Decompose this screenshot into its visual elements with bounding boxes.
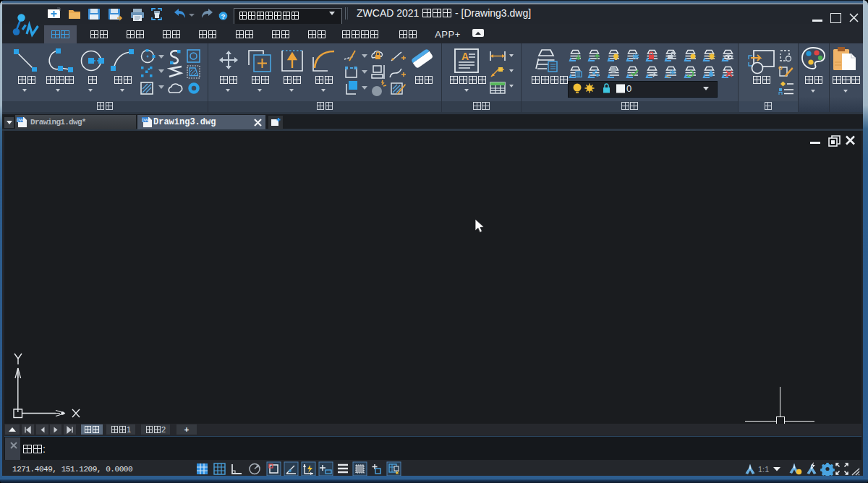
svg-text:DW: DW [17, 118, 24, 122]
svg-text:DW: DW [142, 118, 149, 122]
svg-text:1:1: 1:1 [758, 465, 769, 474]
svg-text:?: ? [221, 12, 226, 20]
svg-text:A: A [461, 51, 469, 62]
